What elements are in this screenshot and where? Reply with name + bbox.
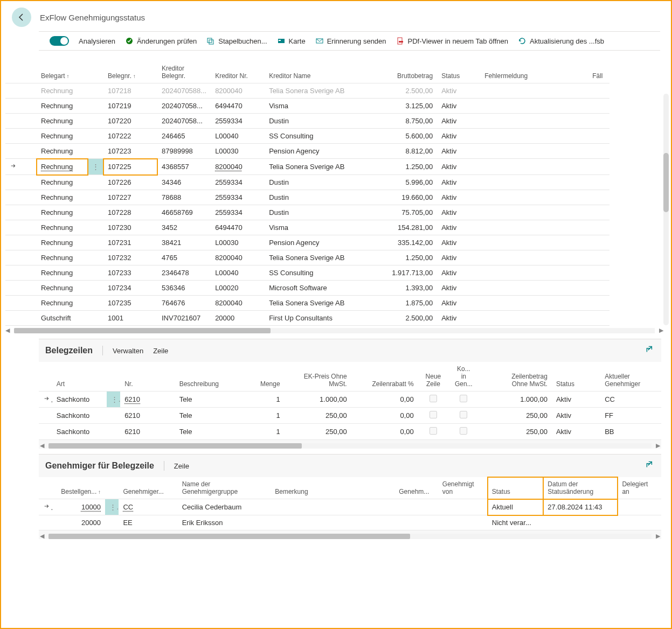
cell-kreditor-name[interactable]: Telia Sonera Sverige AB [265, 250, 378, 265]
cell-status[interactable]: Aktiv [437, 205, 480, 220]
cell-brutto[interactable]: 19.660,00 [378, 190, 437, 205]
cell-belegnr[interactable]: 107223 [103, 144, 157, 159]
cell-zeilenbetrag[interactable]: 250,00 [479, 408, 552, 424]
col-rabatt[interactable]: Zeilenrabatt % [351, 362, 418, 392]
row-menu-icon[interactable] [88, 235, 103, 250]
cell-kreditor-name[interactable]: Dustin [265, 190, 378, 205]
cell-bestell[interactable]: 20000 [52, 515, 105, 530]
col-nr[interactable]: Nr. [120, 362, 175, 392]
cell-status[interactable]: Aktiv [437, 190, 480, 205]
cell-kreditor-name[interactable]: Telia Sonera Sverige AB [265, 296, 378, 311]
table-row[interactable]: Rechnung1072182024070588...8200040Telia … [5, 83, 609, 99]
cell-menge[interactable]: 1 [248, 408, 285, 424]
table-row[interactable]: Rechnung107222246465L00040SS Consulting5… [5, 129, 609, 144]
table-row[interactable]: Rechnung107227786882559334Dustin19.660,0… [5, 190, 609, 205]
cell-zeilenbetrag[interactable]: 1.000,00 [479, 392, 552, 408]
cell-neue-zeile[interactable] [418, 424, 448, 440]
row-menu-icon[interactable]: ⋮ [88, 159, 103, 175]
table-row[interactable]: Rechnung107219202407058...6494470Visma3.… [5, 99, 609, 114]
cell-belegnr[interactable]: 107227 [103, 190, 157, 205]
cell-menge[interactable]: 1 [248, 424, 285, 440]
row-menu-icon[interactable] [88, 250, 103, 265]
cell-status[interactable]: Aktiv [437, 159, 480, 175]
cell-gvon[interactable] [438, 499, 488, 515]
cell-belegnr[interactable]: 107225 [103, 159, 157, 175]
cell-art[interactable]: Sachkonto [52, 424, 107, 440]
row-menu-icon[interactable] [88, 311, 103, 326]
row-menu-icon[interactable] [88, 190, 103, 205]
col-art[interactable]: Art [52, 362, 107, 392]
col-neue-zeile[interactable]: NeueZeile [418, 362, 448, 392]
cell-fehler[interactable] [480, 220, 588, 235]
cell-zeilenbetrag[interactable]: 250,00 [479, 424, 552, 440]
row-menu-icon[interactable] [105, 515, 119, 530]
row-menu-icon[interactable] [88, 114, 103, 129]
share-icon[interactable] [645, 345, 655, 357]
col-approver-status[interactable]: Status [488, 477, 544, 499]
row-menu-icon[interactable] [88, 99, 103, 114]
reminder-button[interactable]: Erinnerung senden [315, 37, 386, 45]
scroll-left-icon[interactable]: ◀ [5, 327, 10, 334]
cell-status[interactable]: Aktiv [552, 392, 600, 408]
cell-kreditor-belegnr[interactable]: 202407058... [157, 99, 211, 114]
cell-rabatt[interactable]: 0,00 [351, 408, 418, 424]
col-line-status[interactable]: Status [552, 362, 600, 392]
table-row[interactable]: 10000⋮CCCecilia CederbaumAktuell27.08.20… [39, 499, 661, 515]
cell-belegart[interactable]: Rechnung [37, 114, 88, 129]
row-menu-icon[interactable] [88, 175, 103, 190]
cell-belegnr[interactable]: 107233 [103, 265, 157, 281]
col-brutto[interactable]: Bruttobetrag [378, 61, 437, 83]
cell-delegiert[interactable] [618, 515, 661, 530]
main-grid-vertical-scrollbar[interactable] [663, 94, 669, 325]
row-menu-icon[interactable] [107, 408, 120, 424]
row-menu-icon[interactable] [88, 83, 103, 99]
cell-kreditor-name[interactable]: Microsoft Software [265, 281, 378, 296]
col-datum[interactable]: Datum derStatusänderung [543, 477, 618, 499]
cell-status[interactable]: Aktiv [437, 296, 480, 311]
cell-fehler[interactable] [480, 159, 588, 175]
cell-belegnr[interactable]: 107230 [103, 220, 157, 235]
cell-kreditor-nr[interactable]: L00030 [211, 235, 265, 250]
row-menu-icon[interactable] [88, 296, 103, 311]
cell-bemerkung[interactable] [271, 515, 394, 530]
cell-belegart[interactable]: Rechnung [37, 175, 88, 190]
cell-kreditor-nr[interactable]: L00020 [211, 281, 265, 296]
table-row[interactable]: Rechnung10723138421L00030Pension Agency3… [5, 235, 609, 250]
cell-brutto[interactable]: 1.917.713,00 [378, 265, 437, 281]
cell-ekpreis[interactable]: 250,00 [285, 408, 351, 424]
cell-kreditor-name[interactable]: Dustin [265, 175, 378, 190]
cell-brutto[interactable]: 5.600,00 [378, 129, 437, 144]
col-gname[interactable]: Name derGenehmigergruppe [178, 477, 271, 499]
cell-status[interactable]: Aktiv [437, 281, 480, 296]
cell-beschreibung[interactable]: Tele [175, 408, 248, 424]
scroll-left-icon[interactable]: ◀ [40, 533, 44, 540]
row-menu-icon[interactable]: ⋮ [105, 499, 119, 515]
scroll-left-icon[interactable]: ◀ [40, 442, 44, 449]
cell-faell[interactable] [588, 250, 609, 265]
cell-fehler[interactable] [480, 83, 588, 99]
cell-kreditor-belegnr[interactable]: 38421 [157, 235, 211, 250]
cell-kreditor-belegnr[interactable]: 202407058... [157, 114, 211, 129]
row-menu-icon[interactable] [88, 205, 103, 220]
col-kreditor-nr[interactable]: Kreditor Nr. [211, 61, 265, 83]
cell-belegnr[interactable]: 107219 [103, 99, 157, 114]
cell-kreditor-nr[interactable]: 8200040 [211, 250, 265, 265]
cell-faell[interactable] [588, 99, 609, 114]
col-aktueller-genehmiger[interactable]: AktuellerGenehmiger [600, 362, 661, 392]
cell-kreditor-belegnr[interactable]: 46658769 [157, 205, 211, 220]
cell-belegart[interactable]: Rechnung [37, 235, 88, 250]
col-genehmiger[interactable]: Genehmiger... [119, 477, 177, 499]
cell-gvon[interactable] [438, 515, 488, 530]
back-button[interactable] [12, 8, 31, 27]
cell-status[interactable]: Aktiv [437, 265, 480, 281]
cell-brutto[interactable]: 2.500,00 [378, 311, 437, 326]
analyse-toggle[interactable] [50, 36, 69, 46]
row-menu-icon[interactable] [88, 129, 103, 144]
cell-kreditor-nr[interactable]: 2559334 [211, 114, 265, 129]
cell-kreditor-name[interactable]: SS Consulting [265, 129, 378, 144]
cell-faell[interactable] [588, 235, 609, 250]
cell-gname[interactable]: Cecilia Cederbaum [178, 499, 271, 515]
cell-belegart[interactable]: Rechnung [37, 265, 88, 281]
zeile-action[interactable]: Zeile [153, 347, 168, 355]
cell-brutto[interactable]: 1.250,00 [378, 250, 437, 265]
